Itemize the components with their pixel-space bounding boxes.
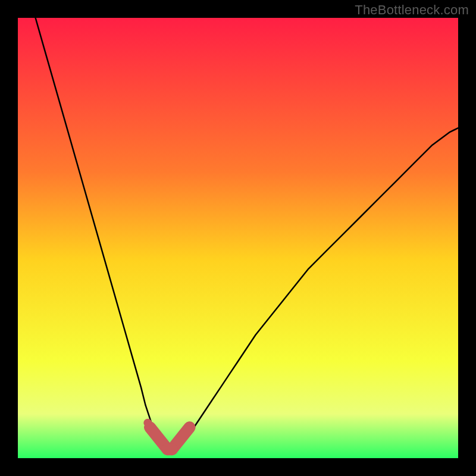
- chart-frame: TheBottleneck.com: [0, 0, 476, 476]
- bottleneck-chart: [18, 18, 458, 458]
- watermark-text: TheBottleneck.com: [355, 2, 469, 18]
- plot-area: [18, 18, 458, 458]
- gradient-background: [18, 18, 458, 458]
